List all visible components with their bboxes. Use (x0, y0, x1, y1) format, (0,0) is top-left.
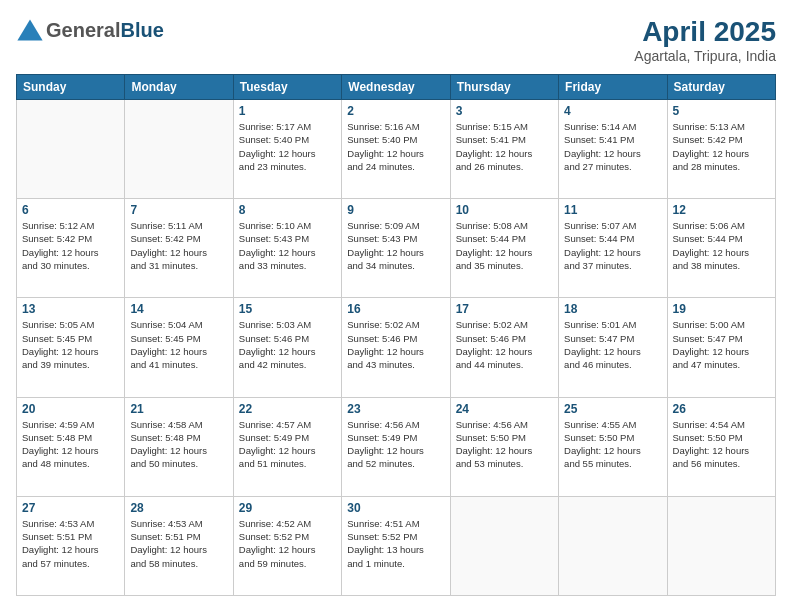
daylight-minutes: and 42 minutes. (239, 359, 307, 370)
sunrise-label: Sunrise: 5:08 AM (456, 220, 528, 231)
calendar-cell-day-1: 1Sunrise: 5:17 AMSunset: 5:40 PMDaylight… (233, 100, 341, 199)
daylight-minutes: and 55 minutes. (564, 458, 632, 469)
day-number: 8 (239, 203, 336, 217)
sunrise-label: Sunrise: 4:55 AM (564, 419, 636, 430)
day-info: Sunrise: 4:52 AMSunset: 5:52 PMDaylight:… (239, 517, 336, 570)
day-info: Sunrise: 5:02 AMSunset: 5:46 PMDaylight:… (456, 318, 553, 371)
sunrise-label: Sunrise: 5:15 AM (456, 121, 528, 132)
calendar-cell-day-14: 14Sunrise: 5:04 AMSunset: 5:45 PMDayligh… (125, 298, 233, 397)
day-number: 11 (564, 203, 661, 217)
sunset-label: Sunset: 5:40 PM (347, 134, 417, 145)
sunset-label: Sunset: 5:44 PM (456, 233, 526, 244)
day-info: Sunrise: 4:59 AMSunset: 5:48 PMDaylight:… (22, 418, 119, 471)
logo: GeneralBlue (16, 16, 164, 44)
calendar-cell-day-18: 18Sunrise: 5:01 AMSunset: 5:47 PMDayligh… (559, 298, 667, 397)
sunset-label: Sunset: 5:52 PM (347, 531, 417, 542)
sunset-label: Sunset: 5:48 PM (22, 432, 92, 443)
calendar-cell-day-30: 30Sunrise: 4:51 AMSunset: 5:52 PMDayligh… (342, 496, 450, 595)
calendar-cell-empty (450, 496, 558, 595)
col-wednesday: Wednesday (342, 75, 450, 100)
daylight-minutes: and 39 minutes. (22, 359, 90, 370)
day-number: 13 (22, 302, 119, 316)
calendar-cell-day-15: 15Sunrise: 5:03 AMSunset: 5:46 PMDayligh… (233, 298, 341, 397)
daylight-hours: Daylight: 12 hours (239, 247, 316, 258)
daylight-hours: Daylight: 12 hours (130, 346, 207, 357)
sunrise-label: Sunrise: 5:09 AM (347, 220, 419, 231)
day-info: Sunrise: 4:56 AMSunset: 5:49 PMDaylight:… (347, 418, 444, 471)
day-info: Sunrise: 5:16 AMSunset: 5:40 PMDaylight:… (347, 120, 444, 173)
calendar-cell-empty (17, 100, 125, 199)
daylight-hours: Daylight: 12 hours (673, 346, 750, 357)
calendar-cell-day-16: 16Sunrise: 5:02 AMSunset: 5:46 PMDayligh… (342, 298, 450, 397)
sunset-label: Sunset: 5:46 PM (456, 333, 526, 344)
day-info: Sunrise: 5:14 AMSunset: 5:41 PMDaylight:… (564, 120, 661, 173)
calendar-cell-day-19: 19Sunrise: 5:00 AMSunset: 5:47 PMDayligh… (667, 298, 775, 397)
sunset-label: Sunset: 5:50 PM (673, 432, 743, 443)
sunrise-label: Sunrise: 4:59 AM (22, 419, 94, 430)
col-monday: Monday (125, 75, 233, 100)
calendar-cell-day-21: 21Sunrise: 4:58 AMSunset: 5:48 PMDayligh… (125, 397, 233, 496)
daylight-hours: Daylight: 12 hours (130, 445, 207, 456)
sunrise-label: Sunrise: 5:17 AM (239, 121, 311, 132)
day-info: Sunrise: 5:09 AMSunset: 5:43 PMDaylight:… (347, 219, 444, 272)
col-saturday: Saturday (667, 75, 775, 100)
sunset-label: Sunset: 5:42 PM (130, 233, 200, 244)
sunset-label: Sunset: 5:46 PM (347, 333, 417, 344)
day-info: Sunrise: 5:01 AMSunset: 5:47 PMDaylight:… (564, 318, 661, 371)
sunrise-label: Sunrise: 5:16 AM (347, 121, 419, 132)
day-info: Sunrise: 4:54 AMSunset: 5:50 PMDaylight:… (673, 418, 770, 471)
daylight-hours: Daylight: 12 hours (347, 346, 424, 357)
calendar-cell-day-3: 3Sunrise: 5:15 AMSunset: 5:41 PMDaylight… (450, 100, 558, 199)
day-info: Sunrise: 5:11 AMSunset: 5:42 PMDaylight:… (130, 219, 227, 272)
daylight-minutes: and 31 minutes. (130, 260, 198, 271)
title-section: April 2025 Agartala, Tripura, India (634, 16, 776, 64)
daylight-hours: Daylight: 12 hours (22, 247, 99, 258)
daylight-minutes: and 26 minutes. (456, 161, 524, 172)
day-info: Sunrise: 5:12 AMSunset: 5:42 PMDaylight:… (22, 219, 119, 272)
day-number: 20 (22, 402, 119, 416)
day-number: 14 (130, 302, 227, 316)
daylight-minutes: and 41 minutes. (130, 359, 198, 370)
daylight-hours: Daylight: 12 hours (347, 445, 424, 456)
daylight-hours: Daylight: 12 hours (564, 346, 641, 357)
sunset-label: Sunset: 5:49 PM (347, 432, 417, 443)
daylight-minutes: and 50 minutes. (130, 458, 198, 469)
day-info: Sunrise: 5:07 AMSunset: 5:44 PMDaylight:… (564, 219, 661, 272)
sunrise-label: Sunrise: 5:12 AM (22, 220, 94, 231)
daylight-hours: Daylight: 12 hours (564, 445, 641, 456)
daylight-minutes: and 23 minutes. (239, 161, 307, 172)
sunset-label: Sunset: 5:44 PM (673, 233, 743, 244)
sunrise-label: Sunrise: 5:00 AM (673, 319, 745, 330)
sunset-label: Sunset: 5:51 PM (130, 531, 200, 542)
calendar-row-2: 6Sunrise: 5:12 AMSunset: 5:42 PMDaylight… (17, 199, 776, 298)
daylight-minutes: and 58 minutes. (130, 558, 198, 569)
day-info: Sunrise: 4:55 AMSunset: 5:50 PMDaylight:… (564, 418, 661, 471)
day-number: 28 (130, 501, 227, 515)
calendar-cell-day-22: 22Sunrise: 4:57 AMSunset: 5:49 PMDayligh… (233, 397, 341, 496)
sunset-label: Sunset: 5:49 PM (239, 432, 309, 443)
sunrise-label: Sunrise: 4:51 AM (347, 518, 419, 529)
col-thursday: Thursday (450, 75, 558, 100)
calendar-cell-day-9: 9Sunrise: 5:09 AMSunset: 5:43 PMDaylight… (342, 199, 450, 298)
sunset-label: Sunset: 5:52 PM (239, 531, 309, 542)
day-number: 17 (456, 302, 553, 316)
day-number: 5 (673, 104, 770, 118)
sunrise-label: Sunrise: 4:58 AM (130, 419, 202, 430)
day-info: Sunrise: 5:17 AMSunset: 5:40 PMDaylight:… (239, 120, 336, 173)
sunset-label: Sunset: 5:44 PM (564, 233, 634, 244)
calendar-cell-day-4: 4Sunrise: 5:14 AMSunset: 5:41 PMDaylight… (559, 100, 667, 199)
sunrise-label: Sunrise: 4:56 AM (456, 419, 528, 430)
sunset-label: Sunset: 5:43 PM (347, 233, 417, 244)
calendar-cell-day-25: 25Sunrise: 4:55 AMSunset: 5:50 PMDayligh… (559, 397, 667, 496)
calendar-cell-day-24: 24Sunrise: 4:56 AMSunset: 5:50 PMDayligh… (450, 397, 558, 496)
day-number: 10 (456, 203, 553, 217)
sunrise-label: Sunrise: 5:02 AM (347, 319, 419, 330)
daylight-hours: Daylight: 12 hours (130, 544, 207, 555)
day-info: Sunrise: 5:05 AMSunset: 5:45 PMDaylight:… (22, 318, 119, 371)
day-number: 1 (239, 104, 336, 118)
calendar-cell-day-28: 28Sunrise: 4:53 AMSunset: 5:51 PMDayligh… (125, 496, 233, 595)
sunrise-label: Sunrise: 5:11 AM (130, 220, 202, 231)
daylight-minutes: and 43 minutes. (347, 359, 415, 370)
daylight-minutes: and 27 minutes. (564, 161, 632, 172)
day-number: 4 (564, 104, 661, 118)
